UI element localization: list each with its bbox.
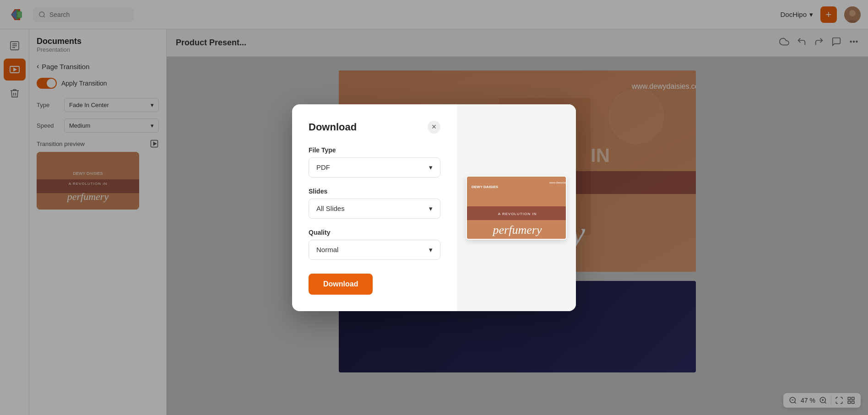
svg-text:DEWY DAISIES: DEWY DAISIES	[472, 185, 499, 189]
dialog-header: Download ×	[309, 121, 440, 134]
quality-label: Quality	[309, 229, 440, 236]
dialog-close-button[interactable]: ×	[428, 121, 440, 134]
file-type-group: File Type PDF ▾	[309, 146, 440, 178]
slides-label: Slides	[309, 188, 440, 195]
svg-text:A REVOLUTION IN: A REVOLUTION IN	[498, 212, 537, 216]
dialog-left-panel: Download × File Type PDF ▾ Slides All Sl…	[292, 104, 457, 311]
file-type-value: PDF	[316, 163, 330, 171]
download-button[interactable]: Download	[309, 274, 373, 295]
slides-group: Slides All Slides ▾	[309, 188, 440, 219]
slides-value: All Slides	[316, 205, 345, 212]
quality-chevron-icon: ▾	[429, 246, 433, 254]
dialog-right-panel: DEWY DAISIES www.dewydaisies.com A REVOL…	[457, 104, 576, 311]
file-type-select[interactable]: PDF ▾	[309, 157, 440, 178]
svg-text:www.dewydaisies.com: www.dewydaisies.com	[549, 181, 567, 184]
quality-value: Normal	[316, 246, 338, 253]
svg-text:perfumery: perfumery	[492, 223, 542, 237]
quality-group: Quality Normal ▾	[309, 229, 440, 260]
file-type-chevron-icon: ▾	[429, 163, 433, 172]
download-dialog: Download × File Type PDF ▾ Slides All Sl…	[292, 104, 576, 311]
modal-overlay: Download × File Type PDF ▾ Slides All Sl…	[0, 0, 868, 415]
file-type-label: File Type	[309, 146, 440, 154]
slide-thumbnail: DEWY DAISIES www.dewydaisies.com A REVOL…	[466, 176, 567, 240]
slides-select[interactable]: All Slides ▾	[309, 199, 440, 219]
quality-select[interactable]: Normal ▾	[309, 240, 440, 260]
thumb-slide-svg: DEWY DAISIES www.dewydaisies.com A REVOL…	[467, 177, 567, 240]
slides-chevron-icon: ▾	[429, 205, 433, 213]
dialog-title: Download	[309, 121, 357, 133]
